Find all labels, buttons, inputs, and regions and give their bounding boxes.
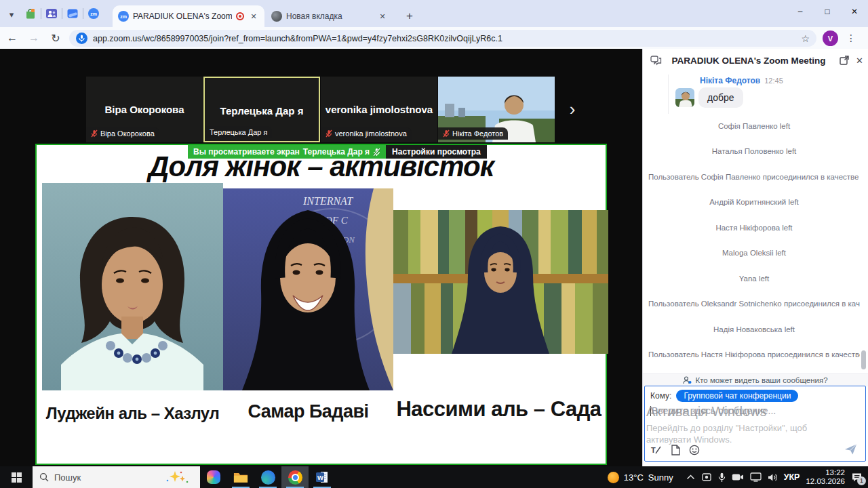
browser-profile-avatar[interactable]: V — [823, 30, 838, 46]
browser-tab-inactive[interactable]: Новая вкладка ✕ — [266, 5, 393, 27]
language-indicator[interactable]: УКР — [784, 472, 800, 482]
forward-button[interactable]: → — [24, 28, 43, 47]
chat-panel: PARADIUK OLENA's Zoom Meeting ✕ Нікіта Ф… — [642, 49, 868, 466]
chat-composer: Кому: Групповой чат конференции Введите … — [644, 386, 866, 462]
pinned-tab-teams[interactable] — [41, 4, 62, 23]
mic-permission-icon[interactable] — [76, 33, 87, 44]
notification-center[interactable]: 1 — [851, 472, 863, 483]
tab-close-button[interactable]: ✕ — [377, 11, 388, 22]
maximize-button[interactable]: □ — [814, 0, 841, 23]
system-message: Софія Павленко left — [648, 122, 860, 130]
tab-title: PARADIUK OLENA's Zoom M — [133, 12, 232, 21]
taskbar-weather[interactable]: 13°C Sunny — [608, 472, 673, 483]
emoji-icon[interactable] — [689, 445, 700, 455]
attach-file-icon[interactable] — [671, 445, 680, 455]
taskbar-word[interactable]: W — [309, 466, 336, 488]
taskbar-search-box[interactable]: Пошук — [33, 466, 200, 488]
close-chat-icon[interactable]: ✕ — [856, 56, 863, 66]
sun-icon — [608, 472, 619, 483]
participant-tile-vira[interactable]: Віра Окорокова Віра Окорокова — [86, 77, 203, 142]
message-thread-line — [668, 75, 669, 114]
tray-speaker-icon[interactable] — [768, 473, 778, 482]
search-icon — [39, 472, 49, 482]
search-highlights-icon — [165, 470, 191, 484]
participant-tile-terletska[interactable]: Терлецька Дар я Терлецька Дар я — [203, 77, 320, 142]
recipient-row: Кому: Групповой чат конференции — [650, 390, 798, 402]
copilot-icon — [207, 470, 220, 484]
system-message: Yana left — [648, 274, 860, 283]
screen: ▾ — [0, 0, 868, 488]
chrome-icon — [288, 470, 302, 485]
close-window-button[interactable]: ✕ — [841, 0, 868, 23]
meet-now-icon[interactable] — [701, 472, 712, 482]
start-button[interactable] — [0, 466, 33, 488]
participant-tile-nikita[interactable]: Нікіта Федотов — [438, 77, 555, 142]
browser-toolbar: ← → ↻ app.zoom.us/wc/86589970035/join?re… — [0, 27, 868, 49]
browser-menu-icon[interactable]: ⋮ — [844, 30, 859, 45]
system-message: Настя Нікіфорова left — [648, 224, 860, 232]
tab-title: Новая вкладка — [286, 12, 373, 21]
tab-close-button[interactable]: ✕ — [248, 11, 259, 22]
chat-scrollbar[interactable] — [861, 350, 866, 369]
tray-display-icon[interactable] — [750, 472, 762, 482]
photo-samar: INTERNAT OF C RDN — [223, 188, 393, 390]
photo-loujain — [42, 183, 223, 390]
system-message: Maloga Oleksii left — [648, 249, 860, 257]
participant-name: Терлецька Дар я — [205, 105, 319, 117]
taskbar-chrome-active[interactable] — [281, 466, 309, 488]
participant-label: Терлецька Дар я — [205, 126, 272, 138]
minimize-button[interactable]: – — [787, 0, 814, 23]
url-text: app.zoom.us/wc/86589970035/join?ref_from… — [93, 34, 795, 43]
person-name-2: Самар Бадаві — [223, 401, 393, 422]
send-message-icon[interactable] — [844, 443, 857, 455]
recipient-pill[interactable]: Групповой чат конференции — [676, 390, 798, 402]
next-participants-button[interactable]: › — [565, 99, 580, 121]
person-name-1: Луджейн аль – Хазлул — [42, 404, 223, 423]
chat-title: PARADIUK OLENA's Zoom Meeting — [670, 56, 827, 66]
participant-name: veronika jimolostnova — [321, 104, 437, 115]
svg-text:W: W — [317, 474, 323, 481]
system-message: Пользователь Софія Павленко присоединилс… — [648, 173, 860, 181]
taskbar: Пошук — [0, 466, 868, 488]
taskbar-copilot[interactable] — [200, 466, 227, 488]
pinned-tab-app[interactable] — [62, 4, 83, 23]
tray-camera-icon[interactable] — [732, 473, 744, 481]
mic-muted-icon — [373, 148, 380, 157]
new-tab-button[interactable]: + — [401, 8, 418, 24]
chat-header: PARADIUK OLENA's Zoom Meeting ✕ — [643, 49, 868, 72]
windows-logo-icon — [12, 472, 22, 483]
participant-label: Віра Окорокова — [86, 127, 159, 140]
notification-badge: 1 — [857, 476, 866, 485]
address-bar[interactable]: app.zoom.us/wc/86589970035/join?ref_from… — [69, 30, 816, 47]
browser-tab-active[interactable]: zm PARADIUK OLENA's Zoom M ✕ — [113, 5, 264, 27]
message-author: Нікіта Федотов12:45 — [700, 76, 783, 85]
to-label: Кому: — [650, 391, 671, 401]
message-avatar — [675, 88, 694, 107]
tab-search-chevron-icon[interactable]: ▾ — [4, 7, 19, 22]
participant-label: Нікіта Федотов — [438, 127, 508, 140]
back-button[interactable]: ← — [3, 28, 22, 47]
window-controls: – □ ✕ — [787, 0, 868, 23]
svg-text:T: T — [651, 446, 656, 454]
taskbar-clock[interactable]: 13:22 12.03.2026 — [806, 468, 845, 486]
format-text-icon[interactable]: T — [650, 445, 662, 455]
message-time: 12:45 — [764, 77, 783, 85]
message-input[interactable]: Введите здесь сообщение... — [650, 405, 776, 416]
system-message: Пользователь Oleksandr Sotnichenko присо… — [648, 300, 860, 308]
taskbar-file-explorer[interactable] — [227, 466, 254, 488]
view-options-button[interactable]: Настройки просмотра — [386, 145, 487, 159]
bookmark-star-icon[interactable]: ☆ — [801, 33, 810, 44]
participant-tile-veronika[interactable]: veronika jimolostnova veronika jimolostn… — [321, 77, 437, 142]
zoom-icon: zm — [88, 8, 99, 19]
pinned-tab-zoom[interactable]: zm — [83, 4, 104, 23]
pinned-tab-store[interactable] — [20, 4, 41, 23]
reload-button[interactable]: ↻ — [46, 28, 65, 47]
pop-out-icon[interactable] — [840, 56, 849, 65]
recording-indicator-icon — [236, 12, 244, 20]
zoom-favicon: zm — [118, 11, 129, 22]
taskbar-edge[interactable] — [254, 466, 281, 488]
tray-chevron-up-icon[interactable] — [686, 474, 695, 480]
mic-muted-icon — [91, 129, 98, 138]
word-icon: W — [315, 470, 329, 484]
tray-mic-icon[interactable] — [718, 472, 726, 483]
